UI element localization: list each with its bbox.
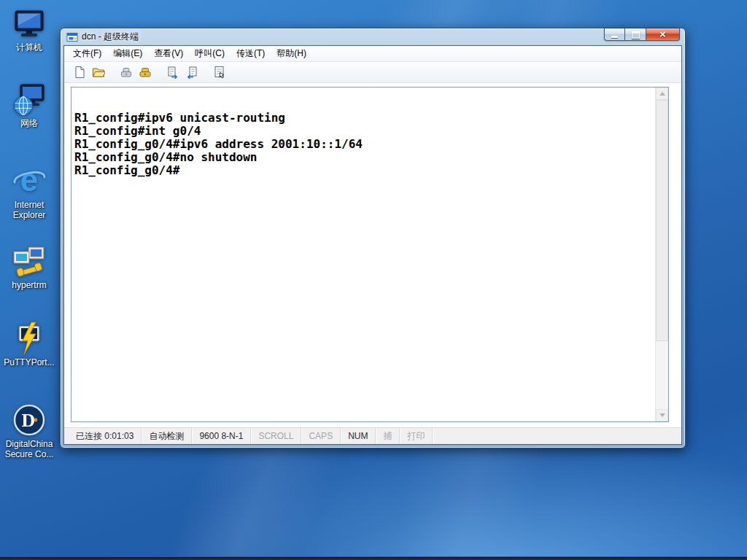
receive-button[interactable] xyxy=(182,63,201,81)
menu-item-transfer[interactable]: 传送(T) xyxy=(231,45,271,62)
status-num: NUM xyxy=(341,428,376,444)
scroll-up-button[interactable] xyxy=(656,88,668,100)
vertical-scrollbar[interactable] xyxy=(655,88,668,421)
terminal-client-area: R1_config#ipv6 unicast-routingR1_config#… xyxy=(64,83,681,427)
terminal-line: R1_config#ipv6 unicast-routing xyxy=(74,112,654,125)
titlebar[interactable]: dcn - 超级终端 × xyxy=(61,28,685,45)
new-document-icon xyxy=(73,66,86,79)
desktop: 计算机 网络 e Internet Explorer xyxy=(0,0,747,560)
menubar: 文件(F) 编辑(E) 查看(V) 呼叫(C) 传送(T) 帮助(H) xyxy=(64,46,681,62)
hyperterminal-window: dcn - 超级终端 × 文件(F) 编辑(E) 查看(V) 呼叫(C) 传送(… xyxy=(60,28,686,448)
receive-icon xyxy=(185,66,198,79)
window-controls: × xyxy=(604,28,680,41)
desktop-icon-label: hypertrm xyxy=(12,280,46,290)
terminal-text-area[interactable]: R1_config#ipv6 unicast-routingR1_config#… xyxy=(71,88,655,421)
desktop-icon-computer[interactable]: 计算机 xyxy=(1,6,58,52)
desktop-icon-network[interactable]: 网络 xyxy=(1,82,58,128)
status-caps: CAPS xyxy=(301,428,341,444)
call-icon xyxy=(120,66,133,79)
scrollbar-thumb[interactable] xyxy=(656,100,668,341)
status-baud: 9600 8-N-1 xyxy=(192,428,251,444)
disconnect-icon xyxy=(139,66,152,79)
window-title: dcn - 超级终端 xyxy=(82,31,139,43)
svg-text:e: e xyxy=(20,163,38,198)
menu-item-edit[interactable]: 编辑(E) xyxy=(107,45,148,62)
desktop-icon-hypertrm[interactable]: hypertrm xyxy=(1,244,58,290)
close-icon: × xyxy=(659,28,666,40)
svg-text:D: D xyxy=(22,410,36,431)
minimize-button[interactable] xyxy=(604,28,625,41)
status-scroll: SCROLL xyxy=(251,428,301,444)
desktop-icon-label: 网络 xyxy=(20,118,38,128)
menu-item-help[interactable]: 帮助(H) xyxy=(271,45,312,62)
menu-item-call[interactable]: 呼叫(C) xyxy=(189,45,231,62)
properties-icon xyxy=(213,66,226,79)
maximize-icon xyxy=(632,31,640,39)
terminal-frame: R1_config#ipv6 unicast-routingR1_config#… xyxy=(71,87,669,422)
window-icon xyxy=(66,31,78,43)
computer-icon xyxy=(12,6,47,41)
close-button[interactable]: × xyxy=(646,28,680,41)
minimize-icon xyxy=(611,36,618,38)
send-button[interactable] xyxy=(163,63,182,81)
send-icon xyxy=(166,66,179,79)
properties-button[interactable] xyxy=(210,63,229,81)
window-body: 文件(F) 编辑(E) 查看(V) 呼叫(C) 传送(T) 帮助(H) xyxy=(63,45,682,445)
desktop-icon-label: PuTTYPort... xyxy=(4,357,54,368)
terminal-line: R1_config_g0/4#ipv6 address 2001:10::1/6… xyxy=(74,138,654,151)
new-button[interactable] xyxy=(70,63,89,81)
desktop-icon-label: DigitalChina Secure Co... xyxy=(1,439,58,459)
menu-item-file[interactable]: 文件(F) xyxy=(67,45,107,62)
disconnect-button[interactable] xyxy=(136,63,155,81)
network-icon xyxy=(12,82,47,117)
open-button[interactable] xyxy=(89,63,108,81)
scroll-down-button[interactable] xyxy=(656,409,668,421)
desktop-icon-label: Internet Explorer xyxy=(1,200,58,220)
internet-explorer-icon: e xyxy=(12,163,47,198)
terminal-line: R1_config_g0/4#no shutdown xyxy=(74,151,654,164)
desktop-icon-label: 计算机 xyxy=(16,42,42,52)
scrollbar-track[interactable] xyxy=(656,100,668,409)
arrow-down-icon xyxy=(659,413,665,417)
menu-item-view[interactable]: 查看(V) xyxy=(148,45,189,62)
desktop-icon-internet-explorer[interactable]: e Internet Explorer xyxy=(1,163,58,220)
desktop-icon-putty[interactable]: PuTTYPort... xyxy=(1,321,58,368)
toolbar xyxy=(64,62,681,83)
desktop-icon-digitalchina[interactable]: D DigitalChina Secure Co... xyxy=(1,402,58,459)
statusbar: 已连接 0:01:03 自动检测 9600 8-N-1 SCROLL CAPS … xyxy=(64,427,681,444)
arrow-up-icon xyxy=(659,92,665,96)
maximize-button[interactable] xyxy=(625,28,646,41)
call-button[interactable] xyxy=(117,63,136,81)
status-capture: 捕 xyxy=(376,428,400,444)
terminal-line: R1_config#int g0/4 xyxy=(74,125,654,138)
open-folder-icon xyxy=(92,66,105,79)
status-connection: 已连接 0:01:03 xyxy=(69,428,142,444)
hyperterminal-icon xyxy=(12,244,47,279)
putty-icon xyxy=(12,321,47,356)
terminal-line: R1_config_g0/4# xyxy=(74,164,654,177)
status-print: 打印 xyxy=(400,428,433,444)
status-autodetect: 自动检测 xyxy=(142,428,192,444)
digitalchina-icon: D xyxy=(12,402,47,438)
